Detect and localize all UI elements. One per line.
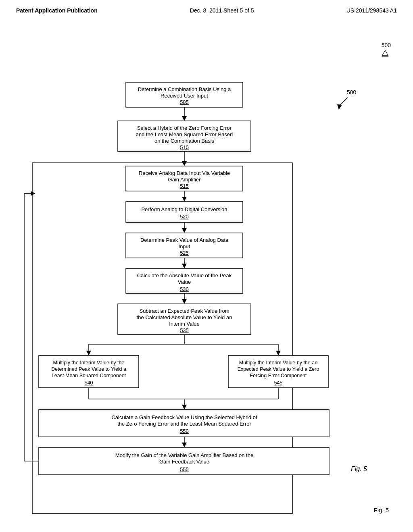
svg-rect-37 (118, 304, 251, 335)
header-center: Dec. 8, 2011 Sheet 5 of 5 (190, 7, 254, 14)
svg-marker-6 (182, 116, 187, 121)
svg-text:Gain Feedback Value: Gain Feedback Value (159, 459, 209, 465)
svg-text:Interim Value: Interim Value (169, 321, 200, 327)
svg-rect-20 (126, 202, 243, 222)
svg-text:525: 525 (180, 250, 189, 256)
svg-rect-1 (126, 82, 243, 107)
svg-marker-68 (182, 443, 187, 447)
svg-text:Input: Input (179, 243, 190, 249)
svg-text:Multiply the Interim Value by : Multiply the Interim Value by the an (239, 360, 317, 366)
header: Patent Application Publication Dec. 8, 2… (0, 0, 413, 18)
svg-text:Perform Analog to Digital Conv: Perform Analog to Digital Conversion (141, 206, 227, 212)
svg-marker-62 (182, 405, 187, 409)
header-right: US 2011/298543 A1 (346, 7, 397, 14)
svg-text:the Zero Forcing Error and the: the Zero Forcing Error and the Least Mea… (117, 421, 251, 427)
svg-text:Subtract an Expected Peak Valu: Subtract an Expected Peak Value from (139, 308, 229, 314)
flowchart-svg: Determine a Combination Basis Using a Re… (0, 30, 413, 532)
svg-text:Determined Peak Value to Yield: Determined Peak Value to Yield a (51, 366, 126, 372)
svg-rect-31 (126, 268, 243, 293)
svg-text:and the Least Mean Squared Err: and the Least Mean Squared Error Based (136, 131, 233, 137)
figure-label: Fig. 5 (373, 507, 389, 513)
svg-text:Value: Value (178, 279, 191, 285)
svg-text:Calculate the Absolute Value o: Calculate the Absolute Value of the Peak (137, 272, 232, 278)
svg-rect-53 (228, 355, 328, 388)
svg-rect-63 (39, 409, 329, 437)
svg-text:Determine Peak Value of Analog: Determine Peak Value of Analog Data (140, 237, 229, 243)
svg-text:545: 545 (274, 380, 283, 386)
svg-rect-25 (126, 233, 243, 258)
svg-text:on the Combination Basis: on the Combination Basis (154, 138, 215, 144)
svg-text:520: 520 (180, 214, 189, 220)
svg-text:Received User Input: Received User Input (161, 93, 208, 99)
svg-marker-36 (182, 299, 187, 304)
svg-text:the Calculated Absolute Value : the Calculated Absolute Value to Yield a… (137, 314, 232, 320)
svg-rect-0 (32, 163, 292, 513)
svg-text:530: 530 (180, 286, 189, 292)
svg-text:Forcing Error Component: Forcing Error Component (250, 373, 307, 378)
svg-marker-47 (276, 351, 281, 355)
svg-rect-48 (39, 355, 139, 388)
svg-marker-13 (182, 161, 187, 166)
header-left: Patent Application Publication (16, 7, 98, 14)
svg-text:515: 515 (180, 183, 189, 189)
svg-rect-7 (118, 121, 251, 152)
svg-marker-80 (337, 104, 342, 110)
svg-text:510: 510 (180, 144, 189, 150)
svg-line-79 (339, 98, 348, 106)
svg-text:540: 540 (85, 380, 93, 386)
svg-marker-76 (31, 191, 35, 196)
svg-text:Expected Peak Value to Yield a: Expected Peak Value to Yield a Zero (238, 366, 319, 372)
svg-marker-24 (182, 228, 187, 233)
svg-text:Least Mean Squared Component: Least Mean Squared Component (52, 373, 126, 378)
diagram-area: 500 ⧋ Determine a Combination Basis Usin… (0, 18, 413, 526)
svg-text:500: 500 (347, 89, 357, 96)
svg-marker-19 (182, 197, 187, 202)
svg-text:Calculate a Gain Feedback Valu: Calculate a Gain Feedback Value Using th… (111, 414, 257, 420)
svg-rect-14 (126, 166, 243, 191)
svg-marker-30 (182, 264, 187, 268)
svg-text:Fig. 5: Fig. 5 (351, 466, 367, 472)
svg-text:Modify the Gain of the Variabl: Modify the Gain of the Variable Gain Amp… (115, 452, 253, 458)
svg-marker-45 (86, 351, 91, 355)
svg-text:Gain Amplifier: Gain Amplifier (168, 177, 201, 183)
svg-text:535: 535 (180, 327, 189, 333)
svg-rect-69 (39, 447, 329, 475)
ref-number: 500 ⧋ (382, 42, 391, 58)
svg-text:Determine a Combination Basis : Determine a Combination Basis Using a (138, 86, 231, 92)
svg-text:Multiply the Interim Value by : Multiply the Interim Value by the (53, 360, 125, 366)
svg-text:Select a Hybrid of the Zero Fo: Select a Hybrid of the Zero Forcing Erro… (137, 125, 232, 131)
svg-text:555: 555 (180, 466, 189, 472)
svg-text:Receive Analog Data Input Via : Receive Analog Data Input Via Variable (139, 170, 230, 176)
svg-text:550: 550 (180, 428, 189, 434)
page: Patent Application Publication Dec. 8, 2… (0, 0, 413, 532)
svg-text:505: 505 (180, 99, 189, 105)
